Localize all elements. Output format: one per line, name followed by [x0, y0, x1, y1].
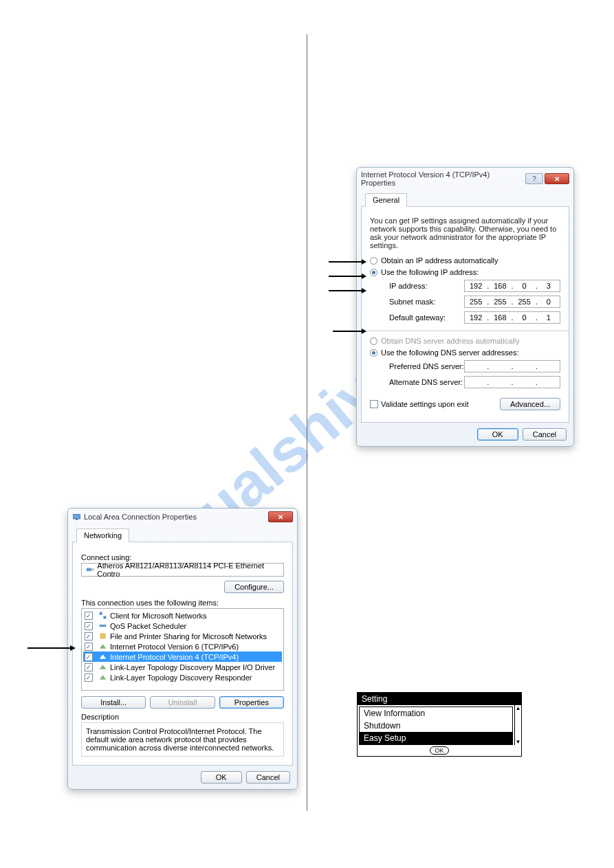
list-item-label: Internet Protocol Version 6 (TCP/IPv6): [110, 643, 239, 651]
page-column-divider: [307, 34, 307, 811]
radio-icon: [370, 269, 377, 276]
radio-obtain-auto[interactable]: Obtain an IP address automatically: [370, 256, 560, 265]
svg-rect-8: [74, 514, 80, 519]
list-item[interactable]: ✓ Internet Protocol Version 6 (TCP/IPv6): [83, 641, 282, 652]
configure-button[interactable]: Configure...: [224, 581, 284, 593]
radio-label: Use the following IP address:: [381, 268, 479, 276]
arrow-subnet-mask: [329, 273, 366, 280]
svg-marker-1: [362, 259, 366, 265]
alternate-dns-field[interactable]: . . .: [464, 376, 560, 388]
client-icon: [98, 611, 107, 620]
protocol-icon: [98, 673, 107, 682]
default-gateway-label: Default gateway:: [389, 313, 464, 322]
list-item-label: File and Printer Sharing for Microsoft N…: [110, 632, 267, 641]
checkbox-icon: ✓: [85, 643, 93, 651]
radio-icon: [370, 257, 377, 265]
svg-marker-5: [362, 288, 366, 293]
advanced-button[interactable]: Advanced...: [500, 398, 560, 410]
connection-items-list[interactable]: ✓ Client for Microsoft Networks ✓ QoS Pa…: [81, 608, 284, 691]
ip-octet: 0: [514, 282, 536, 290]
ip-octet: 255: [514, 298, 536, 306]
radio-icon: [370, 349, 377, 357]
tab-networking[interactable]: Networking: [76, 528, 129, 542]
protocol-icon: [98, 652, 107, 661]
device-menu-item[interactable]: View Information: [360, 707, 512, 720]
tab-general[interactable]: General: [365, 193, 407, 207]
radio-use-following[interactable]: Use the following IP address:: [370, 268, 560, 276]
device-screen-title: Setting: [358, 693, 521, 705]
svg-rect-10: [87, 568, 91, 571]
svg-marker-17: [70, 645, 76, 651]
ipv4-panel: You can get IP settings assigned automat…: [361, 207, 569, 423]
ip-octet: 168: [489, 313, 511, 322]
ipv4-properties-dialog: Internet Protocol Version 4 (TCP/IPv4) P…: [356, 167, 574, 447]
arrow-preferred-dns: [333, 328, 366, 335]
ip-address-label: IP address:: [389, 282, 464, 290]
lan-panel: Connect using: Atheros AR8121/AR8113/AR8…: [72, 542, 293, 766]
cancel-button[interactable]: Cancel: [246, 771, 290, 783]
ok-button[interactable]: OK: [477, 428, 518, 441]
device-menu-list: View Information Shutdown Easy Setup: [359, 706, 513, 745]
list-item[interactable]: ✓ Client for Microsoft Networks: [83, 610, 282, 621]
lan-titlebar: Local Area Connection Properties ✕: [68, 509, 297, 525]
list-item[interactable]: ✓ File and Printer Sharing for Microsoft…: [83, 631, 282, 641]
adapter-text: Atheros AR8121/AR8113/AR8114 PCI-E Ether…: [97, 561, 279, 578]
list-item-label: Internet Protocol Version 4 (TCP/IPv4): [110, 653, 239, 661]
list-item[interactable]: ✓ Link-Layer Topology Discovery Mapper I…: [83, 662, 282, 672]
checkbox-icon: ✓: [85, 663, 93, 671]
device-footer: OK: [358, 745, 521, 756]
install-button[interactable]: Install...: [81, 696, 146, 709]
list-item-selected[interactable]: ✓ Internet Protocol Version 4 (TCP/IPv4): [83, 652, 282, 662]
properties-button[interactable]: Properties: [219, 696, 284, 709]
ip-octet: 3: [538, 282, 560, 290]
device-setting-screen: Setting View Information Shutdown Easy S…: [357, 692, 522, 757]
device-menu-item-selected[interactable]: Easy Setup: [360, 732, 512, 744]
adapter-icon: [86, 566, 94, 575]
list-item-label: Link-Layer Topology Discovery Responder: [110, 674, 252, 682]
svg-rect-11: [91, 568, 94, 570]
description-box: Transmission Control Protocol/Internet P…: [81, 722, 284, 757]
list-item[interactable]: ✓ QoS Packet Scheduler: [83, 621, 282, 631]
uninstall-button: Uninstall: [150, 696, 215, 709]
svg-rect-12: [100, 612, 102, 615]
ipv4-titlebar: Internet Protocol Version 4 (TCP/IPv4) P…: [357, 168, 573, 190]
connect-using-label: Connect using:: [81, 553, 284, 561]
subnet-mask-field[interactable]: 255. 255. 255. 0: [464, 296, 560, 308]
device-scrollbar[interactable]: ▲ ▼: [514, 705, 521, 745]
close-button[interactable]: ✕: [545, 173, 569, 184]
help-button[interactable]: ?: [525, 173, 543, 184]
ip-address-field[interactable]: 192. 168. 0. 3: [464, 280, 560, 292]
radio-label: Obtain an IP address automatically: [381, 256, 498, 265]
scroll-down-icon: ▼: [516, 739, 521, 745]
adapter-field[interactable]: Atheros AR8121/AR8113/AR8114 PCI-E Ether…: [81, 563, 284, 577]
checkbox-icon: ✓: [85, 653, 93, 661]
default-gateway-field[interactable]: 192. 168. 0. 1: [464, 311, 560, 324]
svg-marker-7: [362, 329, 366, 334]
lan-tabs: Networking: [72, 525, 293, 542]
radio-dns-manual[interactable]: Use the following DNS server addresses:: [370, 348, 560, 357]
device-menu-item[interactable]: Shutdown: [360, 720, 512, 732]
list-item-label: QoS Packet Scheduler: [110, 622, 186, 630]
network-icon: [72, 513, 81, 522]
file-share-icon: [98, 632, 107, 641]
svg-rect-13: [103, 616, 106, 619]
radio-dns-auto: Obtain DNS server address automatically: [370, 337, 560, 345]
svg-marker-3: [362, 274, 366, 279]
ip-octet: 0: [538, 298, 560, 306]
lan-properties-dialog: Local Area Connection Properties ✕ Netwo…: [67, 508, 298, 790]
checkbox-icon: ✓: [85, 674, 93, 682]
arrow-default-gateway: [329, 287, 366, 294]
ok-button[interactable]: OK: [201, 771, 242, 783]
preferred-dns-field[interactable]: . . .: [464, 360, 560, 372]
list-item[interactable]: ✓ Link-Layer Topology Discovery Responde…: [83, 672, 282, 682]
cancel-button[interactable]: Cancel: [523, 428, 567, 441]
ip-octet: 192: [465, 282, 487, 290]
arrow-ip-address: [329, 258, 366, 265]
validate-label: Validate settings upon exit: [381, 400, 469, 408]
close-button[interactable]: ✕: [268, 511, 293, 522]
validate-checkbox[interactable]: Validate settings upon exit: [370, 400, 469, 408]
checkbox-icon: ✓: [85, 612, 93, 620]
ip-octet: 1: [538, 313, 560, 322]
svg-rect-15: [100, 633, 105, 638]
checkbox-icon: ✓: [85, 632, 93, 641]
